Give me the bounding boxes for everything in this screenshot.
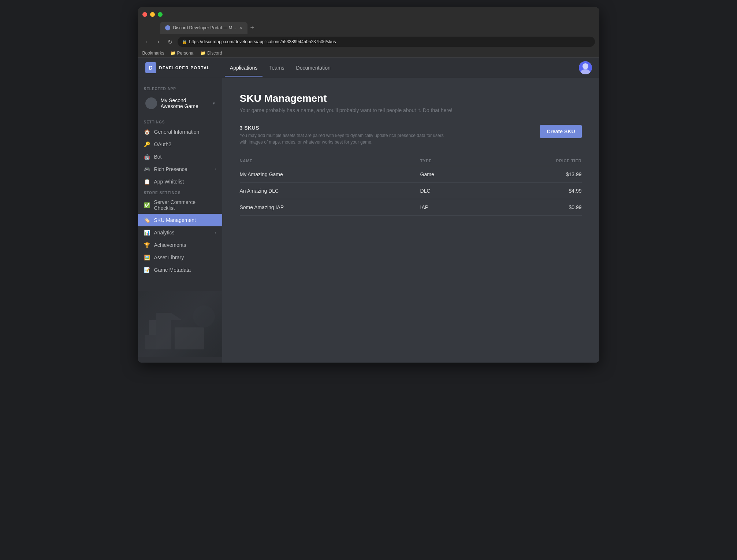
top-nav-links: Applications Teams Documentation (225, 62, 336, 74)
bookmark-discord[interactable]: 📁 Discord (200, 51, 222, 56)
sidebar: SELECTED APP My Second Awesome Game ▾ SE… (138, 78, 222, 363)
store-settings-label: STORE SETTINGS (138, 188, 222, 196)
sku-price: $13.99 (477, 166, 581, 183)
sku-name: Some Amazing IAP (240, 199, 420, 216)
sidebar-item-label: Game Metadata (154, 267, 191, 273)
svg-point-1 (582, 63, 588, 69)
list-icon: 📋 (144, 178, 150, 185)
gamepad-icon: 🎮 (144, 166, 150, 173)
browser-addressbar: ‹ › ↻ 🔒 https://discordapp.com/developer… (138, 34, 599, 49)
svg-point-8 (193, 305, 215, 327)
bookmarks-text: Bookmarks (142, 51, 164, 56)
new-tab-button[interactable]: + (250, 24, 254, 32)
app-name: My Second Awesome Game (161, 97, 209, 109)
minimize-button[interactable] (150, 12, 155, 17)
nav-teams[interactable]: Teams (264, 62, 289, 74)
table-header-row: NAME TYPE PRICE TIER (240, 156, 582, 166)
sidebar-item-server-commerce[interactable]: ✅ Server Commerce Checklist (138, 196, 222, 214)
chevron-right-icon: › (215, 167, 216, 172)
sku-name: My Amazing Game (240, 166, 420, 183)
sku-table: NAME TYPE PRICE TIER My Amazing Game Gam… (240, 156, 582, 216)
sku-type: DLC (420, 183, 477, 199)
sidebar-item-sku-management[interactable]: 🏷️ SKU Management (138, 214, 222, 226)
page-content: SKU Management Your game probably has a … (222, 78, 599, 363)
tab-favicon (165, 25, 170, 30)
sidebar-item-label: Rich Presence (154, 166, 187, 172)
top-nav: D DEVELOPER PORTAL Applications Teams Do… (138, 58, 599, 78)
home-icon: 🏠 (144, 129, 150, 135)
sidebar-item-label: OAuth2 (154, 141, 171, 147)
trophy-icon: 🏆 (144, 242, 150, 248)
tab-title: Discord Developer Portal — M... (173, 25, 236, 30)
selected-app-row[interactable]: My Second Awesome Game ▾ (142, 95, 218, 111)
browser-tab[interactable]: Discord Developer Portal — M... ✕ (160, 22, 247, 34)
back-button[interactable]: ‹ (142, 38, 151, 45)
sidebar-item-label: Bot (154, 154, 162, 160)
selected-app-area: My Second Awesome Game ▾ (138, 92, 222, 117)
app-layout: D DEVELOPER PORTAL Applications Teams Do… (138, 58, 599, 363)
svg-rect-6 (145, 335, 156, 349)
sidebar-item-label: SKU Management (154, 217, 196, 223)
table-row[interactable]: An Amazing DLC DLC $4.99 (240, 183, 582, 199)
avatar[interactable] (579, 61, 592, 74)
bookmarks-bar: Bookmarks 📁 Personal 📁 Discord (138, 49, 599, 58)
sidebar-item-label: Analytics (154, 230, 175, 236)
sidebar-item-analytics[interactable]: 📊 Analytics › (138, 226, 222, 239)
app-avatar (145, 97, 157, 109)
col-header-price: PRICE TIER (477, 156, 581, 166)
analytics-icon: 📊 (144, 229, 150, 236)
bookmark-discord-label: Discord (207, 51, 222, 56)
sku-type: IAP (420, 199, 477, 216)
sku-table-head: NAME TYPE PRICE TIER (240, 156, 582, 166)
selected-app-label: SELECTED APP (138, 84, 222, 92)
nav-applications[interactable]: Applications (225, 62, 263, 74)
checklist-icon: ✅ (144, 202, 150, 208)
maximize-button[interactable] (158, 12, 163, 17)
col-header-name: NAME (240, 156, 420, 166)
svg-rect-5 (175, 327, 204, 349)
sidebar-item-label: App Whitelist (154, 179, 184, 185)
reload-button[interactable]: ↻ (166, 38, 175, 45)
main-content: SELECTED APP My Second Awesome Game ▾ SE… (138, 78, 599, 363)
metadata-icon: 📝 (144, 267, 150, 273)
browser-tabs-bar: Discord Developer Portal — M... ✕ + (138, 21, 599, 34)
sidebar-item-achievements[interactable]: 🏆 Achievements (138, 239, 222, 251)
sidebar-item-rich-presence[interactable]: 🎮 Rich Presence › (138, 163, 222, 175)
sidebar-item-general-information[interactable]: 🏠 General Information (138, 126, 222, 138)
sidebar-item-game-metadata[interactable]: 📝 Game Metadata (138, 264, 222, 276)
sku-description: You may add multiple assets that are pai… (240, 132, 445, 145)
key-icon: 🔑 (144, 141, 150, 148)
nav-documentation[interactable]: Documentation (291, 62, 336, 74)
sidebar-item-asset-library[interactable]: 🖼️ Asset Library (138, 251, 222, 264)
bookmarks-label: Bookmarks (142, 51, 164, 56)
sidebar-item-oauth2[interactable]: 🔑 OAuth2 (138, 138, 222, 151)
settings-label: SETTINGS (138, 117, 222, 126)
sku-price: $0.99 (477, 199, 581, 216)
url-bar[interactable]: 🔒 https://discordapp.com/developers/appl… (178, 37, 595, 47)
close-button[interactable] (142, 12, 147, 17)
table-row[interactable]: Some Amazing IAP IAP $0.99 (240, 199, 582, 216)
tab-close-icon[interactable]: ✕ (239, 26, 242, 30)
sku-count-label: 3 SKUS (240, 125, 445, 131)
bookmark-personal[interactable]: 📁 Personal (170, 51, 194, 56)
sidebar-item-label: General Information (154, 129, 200, 135)
sku-count-area: 3 SKUS You may add multiple assets that … (240, 125, 445, 153)
bot-icon: 🤖 (144, 153, 150, 160)
chevron-down-icon: ▾ (213, 101, 215, 106)
image-icon: 🖼️ (144, 254, 150, 261)
url-text: https://discordapp.com/developers/applic… (189, 39, 336, 44)
forward-button[interactable]: › (154, 38, 163, 45)
browser-window: Discord Developer Portal — M... ✕ + ‹ › … (138, 7, 599, 363)
col-header-type: TYPE (420, 156, 477, 166)
sidebar-item-app-whitelist[interactable]: 📋 App Whitelist (138, 175, 222, 188)
brand-text: DEVELOPER PORTAL (159, 66, 210, 70)
sku-price: $4.99 (477, 183, 581, 199)
create-sku-button[interactable]: Create SKU (540, 125, 581, 138)
section-header: 3 SKUS You may add multiple assets that … (240, 125, 582, 153)
sidebar-item-label: Achievements (154, 242, 186, 248)
page-title: SKU Management (240, 93, 582, 104)
page-subtitle: Your game probably has a name, and you'l… (240, 107, 582, 113)
table-row[interactable]: My Amazing Game Game $13.99 (240, 166, 582, 183)
sidebar-item-bot[interactable]: 🤖 Bot (138, 151, 222, 163)
browser-titlebar (138, 7, 599, 21)
